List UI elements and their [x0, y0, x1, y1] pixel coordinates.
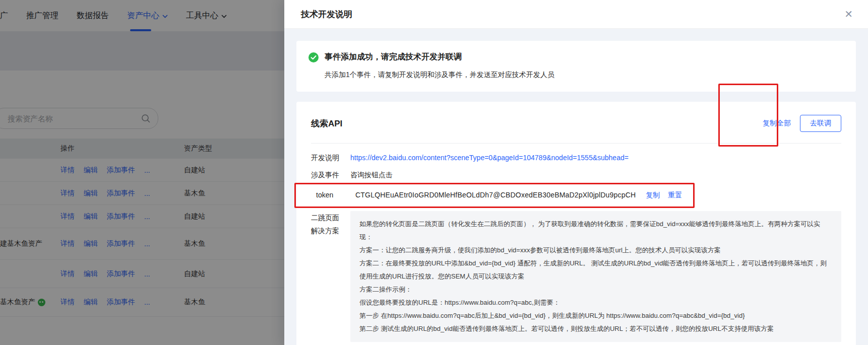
token-copy-link[interactable]: 复制 [646, 190, 660, 200]
events-row: 涉及事件 咨询按钮点击 [311, 170, 841, 180]
success-title: 事件添加成功，请完成技术开发并联调 [325, 52, 462, 62]
success-card: 事件添加成功，请完成技术开发并联调 共添加1个事件，请复制开发说明和涉及事件，并… [296, 41, 856, 92]
second-jump-solution-row: 二跳页面 解决方案 如果您的转化页面是二跳页面（转化发生在二跳后的页面）， 为了… [311, 211, 841, 342]
solution-paragraph: 方案二操作示例： [359, 283, 832, 296]
tech-dev-drawer: 技术开发说明 ✕ 事件添加成功，请完成技术开发并联调 共添加1个事件，请复制开发… [284, 0, 868, 345]
solution-paragraph: 第一步 在https://www.baidu.com?q=abc后加上&bd_v… [359, 309, 832, 322]
dev-doc-label: 开发说明 [311, 153, 343, 163]
solution-paragraph: 方案二：在最终要投放的URL中添加&bd_vid={bd_vid} 通配符，生成… [359, 257, 832, 283]
token-label: token [316, 190, 348, 200]
close-icon[interactable]: ✕ [842, 7, 855, 21]
solution-paragraph: 第二步 测试生成的URL的bd_vid能否透传到最终落地页上。若可以透传，则投放… [359, 322, 832, 335]
events-value: 咨询按钮点击 [350, 170, 393, 180]
token-row: token CTGLQHEuAEtr0IoGRD0MleHfBeOLdDh7@C… [311, 190, 841, 200]
copy-all-link[interactable]: 复制全部 [763, 119, 791, 128]
lead-api-card: 线索API 复制全部 去联调 开发说明 https://dev2.baidu.c… [296, 102, 856, 345]
dev-doc-link[interactable]: https://dev2.baidu.com/content?sceneType… [350, 153, 629, 163]
api-card-title: 线索API [311, 118, 763, 129]
drawer-body: 事件添加成功，请完成技术开发并联调 共添加1个事件，请复制开发说明和涉及事件，并… [284, 29, 868, 345]
go-debug-button[interactable]: 去联调 [800, 115, 841, 132]
token-value: CTGLQHEuAEtr0IoGRD0MleHfBeOLdDh7@CBDOxed… [355, 190, 636, 200]
solution-paragraph: 如果您的转化页面是二跳页面（转化发生在二跳后的页面）， 为了获取到最准确的转化数… [359, 218, 832, 244]
divider [311, 143, 841, 144]
screen: 推广 推广管理 数据报告 资产中心 工具中心 操作 [0, 0, 868, 345]
success-check-icon [308, 52, 319, 62]
events-label: 涉及事件 [311, 170, 343, 180]
solution-text-box: 如果您的转化页面是二跳页面（转化发生在二跳后的页面）， 为了获取到最准确的转化数… [350, 211, 841, 342]
modal-overlay[interactable] [0, 0, 284, 345]
token-reset-link[interactable]: 重置 [668, 190, 682, 200]
drawer-title: 技术开发说明 [301, 9, 352, 20]
solution-label: 二跳页面 解决方案 [311, 211, 343, 237]
drawer-header: 技术开发说明 ✕ [284, 0, 868, 29]
solution-paragraph: 方案一：让您的二跳服务商升级，使我们添加的bd_vid=xxx参数可以被透传到最… [359, 244, 832, 257]
dev-doc-row: 开发说明 https://dev2.baidu.com/content?scen… [311, 153, 841, 163]
solution-paragraph: 假设您最终要投放的URL是：https://www.baidu.com?q=ab… [359, 296, 832, 309]
success-subtitle: 共添加1个事件，请复制开发说明和涉及事件，并发送至对应技术开发人员 [325, 71, 844, 80]
